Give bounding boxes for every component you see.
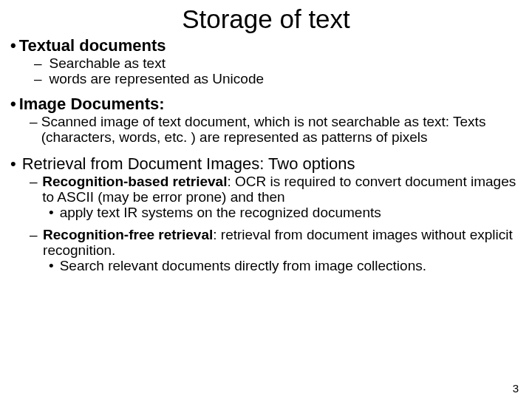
bold-label: Recognition-based retrieval bbox=[42, 174, 227, 189]
dash-icon bbox=[34, 71, 45, 86]
subsubbullet-search-direct: Search relevant documents directly from … bbox=[49, 258, 522, 273]
page-number: 3 bbox=[513, 382, 519, 395]
subbullet-unicode: words are represented as Unicode bbox=[34, 71, 522, 86]
subbullet-scanned-image: Scanned image of text document, which is… bbox=[30, 114, 522, 146]
bullet-text: Recognition-free retrieval: retrieval fr… bbox=[43, 227, 522, 259]
dash-icon bbox=[34, 55, 45, 71]
slide: Storage of text Textual documents Search… bbox=[0, 4, 532, 399]
bullet-text: Image Documents: bbox=[19, 95, 522, 114]
bullet-image-documents: Image Documents: bbox=[10, 95, 522, 114]
bullet-text: Retrieval from Document Images: Two opti… bbox=[22, 155, 522, 174]
bullet-icon bbox=[10, 155, 19, 174]
subsubbullet-apply-ir: apply text IR systems on the recognized … bbox=[49, 205, 522, 220]
dash-icon bbox=[30, 174, 41, 189]
subbullet-recognition-based: Recognition-based retrieval: OCR is requ… bbox=[30, 174, 522, 205]
bullet-text: apply text IR systems on the recognized … bbox=[60, 205, 522, 220]
bullet-text: Recognition-based retrieval: OCR is requ… bbox=[42, 174, 522, 205]
dash-icon bbox=[30, 114, 41, 129]
bullet-text: Textual documents bbox=[19, 37, 522, 55]
bullet-icon bbox=[10, 37, 19, 55]
bullet-icon bbox=[49, 258, 57, 273]
dash-icon bbox=[30, 227, 41, 242]
bullet-text: Searchable as text bbox=[50, 55, 522, 71]
subbullet-searchable: Searchable as text bbox=[34, 55, 522, 71]
slide-body: Textual documents Searchable as text wor… bbox=[0, 37, 532, 274]
bullet-retrieval-options: Retrieval from Document Images: Two opti… bbox=[10, 155, 522, 174]
bullet-text: Search relevant documents directly from … bbox=[60, 258, 522, 273]
bullet-textual-documents: Textual documents bbox=[10, 37, 522, 55]
bullet-icon bbox=[49, 205, 57, 220]
bullet-text: Scanned image of text document, which is… bbox=[41, 114, 522, 146]
bold-label: Recognition-free retrieval bbox=[43, 227, 213, 242]
slide-title: Storage of text bbox=[0, 4, 532, 34]
bullet-icon bbox=[10, 95, 19, 114]
bullet-text: words are represented as Unicode bbox=[50, 71, 522, 86]
subbullet-recognition-free: Recognition-free retrieval: retrieval fr… bbox=[30, 227, 522, 259]
